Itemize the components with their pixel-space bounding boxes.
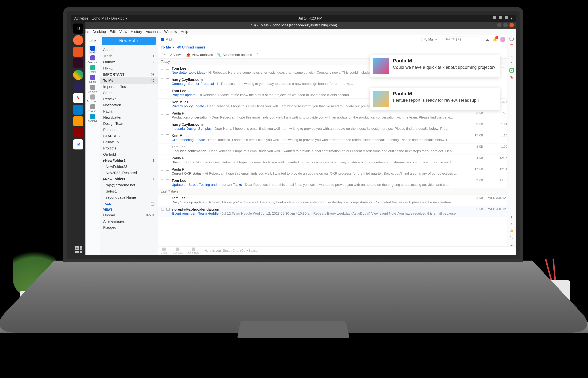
folder-item[interactable]: IMPORTANT52: [100, 71, 158, 78]
row-checkbox[interactable]: [161, 168, 163, 171]
row-checkbox[interactable]: [161, 208, 164, 211]
dock-eclipse-icon[interactable]: [73, 81, 83, 92]
new-mail-button[interactable]: New Mail▾: [102, 37, 156, 45]
folder-item[interactable]: To Me40: [100, 78, 158, 84]
activities-button[interactable]: Activities: [74, 16, 89, 20]
network-icon[interactable]: [493, 16, 496, 19]
dock-vpn-icon[interactable]: [73, 128, 83, 138]
folder-item[interactable]: raja@bizdemo.net: [100, 182, 158, 188]
bottom-tab-contacts[interactable]: Contacts: [173, 247, 183, 254]
menu-help[interactable]: Help: [181, 30, 188, 34]
view-item[interactable]: All messages: [100, 218, 158, 224]
folder-item[interactable]: Sales1: [100, 188, 158, 194]
tags-section-header[interactable]: TAGS+: [100, 201, 158, 206]
folder-item[interactable]: On hold: [100, 151, 158, 157]
dock-vscode-icon[interactable]: [73, 105, 83, 115]
smart-chat-input[interactable]: Here is your Smart Chat (Ctrl+Space): [204, 249, 513, 253]
window-minimize[interactable]: [497, 23, 502, 27]
menu-history[interactable]: History: [131, 30, 142, 34]
folder-item[interactable]: Outbox2: [100, 59, 158, 65]
message-row[interactable]: Tom LeeFinal idea confirmation - Dear Re…: [158, 144, 516, 155]
row-checkbox[interactable]: [161, 101, 163, 103]
folder-item[interactable]: Important files: [100, 84, 158, 90]
row-checkbox[interactable]: [161, 197, 163, 199]
row-checkbox[interactable]: [161, 146, 163, 148]
rail-tasks[interactable]: Tasks: [89, 65, 97, 73]
folder-item[interactable]: Renewal: [100, 96, 158, 102]
dock-files-icon[interactable]: [73, 47, 83, 57]
app-indicator[interactable]: Zoho Mail - Desktop ▾: [92, 16, 127, 20]
dock-editor-icon[interactable]: ✎: [73, 93, 83, 103]
volume-icon[interactable]: [499, 16, 502, 19]
row-checkbox[interactable]: [161, 67, 163, 70]
views-section-header[interactable]: VIEWS: [100, 206, 158, 212]
like-icon[interactable]: 👍: [509, 228, 514, 233]
rail-calendar[interactable]: Calendar: [89, 55, 97, 64]
message-list[interactable]: TodayTom LeeNewsletter topic ideas - Hi …: [158, 59, 516, 246]
folder-item[interactable]: Follow up: [100, 139, 158, 145]
more-options-icon[interactable]: ⋮: [256, 53, 260, 57]
mail-tab[interactable]: Mail: [161, 37, 172, 41]
calendar-icon[interactable]: 📅: [509, 43, 514, 48]
power-icon[interactable]: [505, 16, 508, 19]
folder-item[interactable]: Notification: [100, 102, 158, 108]
row-checkbox[interactable]: [161, 157, 163, 159]
note-icon[interactable]: 🗒: [509, 61, 514, 66]
dock-terminal-icon[interactable]: [73, 58, 83, 68]
folder-item[interactable]: secondLabelName: [100, 194, 158, 201]
search-scope-chip[interactable]: 🔍 Mail ▾: [421, 37, 439, 42]
tool-icon[interactable]: ✎: [509, 54, 514, 59]
rail-contacts[interactable]: Contacts: [89, 85, 97, 93]
view-archived[interactable]: 📥 View archived: [186, 53, 213, 57]
menu-edit[interactable]: Edit: [109, 30, 116, 34]
folder-item[interactable]: Personal: [100, 127, 158, 133]
message-row[interactable]: Ken MilesClient meeting update - Dear Re…: [158, 132, 516, 144]
folder-item[interactable]: Design Team: [100, 121, 158, 127]
message-row[interactable]: harry@zylker.comIndustrial Design Sample…: [158, 121, 516, 132]
attachment-options[interactable]: 📎 Attachment options: [217, 53, 252, 57]
window-titlebar[interactable]: (40) - To Me - Zoho Mail (rebecca@zylker…: [71, 22, 516, 28]
plus-icon[interactable]: ＋: [509, 221, 514, 226]
folder-item[interactable]: Projects: [100, 145, 158, 151]
select-all-checkbox[interactable]: ▾: [161, 54, 165, 56]
dock-intellij-icon[interactable]: IJ: [73, 24, 83, 34]
dock-app-icon[interactable]: [73, 116, 83, 126]
window-maximize[interactable]: [503, 23, 508, 27]
rail-resources[interactable]: Resourc...: [89, 104, 97, 113]
check-icon[interactable]: ✓: [509, 68, 514, 73]
message-row[interactable]: Paula PSharing Budget Numbers - Dear Reb…: [158, 155, 516, 166]
settings-icon[interactable]: [509, 37, 514, 41]
row-checkbox[interactable]: [161, 78, 163, 81]
rail-bookmarks[interactable]: Bookma...: [89, 94, 97, 103]
notification-toast[interactable]: Paula M Could we have a quick talk about…: [370, 55, 500, 78]
unread-count-link[interactable]: 40 Unread emails: [177, 45, 205, 49]
row-checkbox[interactable]: [161, 90, 163, 92]
bottom-tab-chats[interactable]: Chats: [161, 247, 167, 254]
org-logo[interactable]: Zylker: [87, 37, 98, 44]
row-checkbox[interactable]: [161, 112, 163, 115]
download-icon[interactable]: ⬇: [509, 215, 514, 219]
notification-toast[interactable]: Paula M Feature report is ready for revi…: [370, 88, 500, 110]
menu-window[interactable]: Window: [164, 30, 177, 34]
dock-firefox-icon[interactable]: [73, 35, 83, 45]
message-row[interactable]: Paula PCurrent OKR status - Hi Rebecca, …: [158, 166, 516, 177]
menu-accounts[interactable]: Accounts: [146, 30, 161, 34]
rail-notes[interactable]: Notes: [89, 75, 97, 83]
folder-item[interactable]: ▸ NewFolder22: [100, 157, 158, 163]
folder-item[interactable]: Sales: [100, 90, 158, 96]
folder-item[interactable]: Spam: [100, 47, 158, 53]
bookmark-icon[interactable]: 🔖: [509, 75, 514, 80]
folder-item[interactable]: HRFL: [100, 65, 158, 71]
folder-item[interactable]: Trash1: [100, 53, 158, 59]
chat-icon[interactable]: 💬: [509, 242, 514, 246]
view-item[interactable]: Unread16534: [100, 212, 158, 218]
dock-chrome-icon[interactable]: [73, 70, 83, 80]
message-row[interactable]: Tom LeeDaily Standup update - Hi Team, I…: [158, 195, 516, 206]
clock[interactable]: Jul 14 4:23 PM: [127, 16, 493, 20]
row-checkbox[interactable]: [161, 179, 163, 182]
folder-item[interactable]: NewFolder23: [100, 163, 158, 170]
row-checkbox[interactable]: [161, 135, 163, 137]
message-row[interactable]: Paula PProduction conversation - Dear Re…: [158, 110, 516, 121]
dock-mail-icon[interactable]: ✉: [73, 139, 83, 149]
search-input[interactable]: [442, 37, 482, 42]
